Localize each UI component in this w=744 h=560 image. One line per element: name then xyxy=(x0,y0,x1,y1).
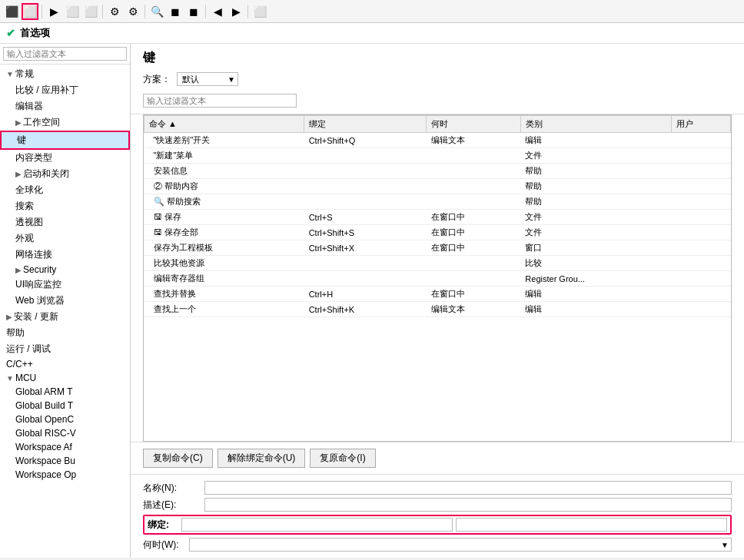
table-row[interactable]: 查找并替换Ctrl+H在窗口中编辑 xyxy=(144,287,731,302)
sidebar-item-global-build[interactable]: Global Build T xyxy=(0,399,130,413)
sidebar-item-label-editors: 编辑器 xyxy=(15,101,43,111)
toolbar-btn-9[interactable]: ⬜ xyxy=(251,3,268,20)
binding-extended-input[interactable] xyxy=(456,518,727,532)
sidebar-item-editors[interactable]: 编辑器 xyxy=(0,98,130,114)
name-input[interactable] xyxy=(204,481,732,495)
name-label: 名称(N): xyxy=(143,482,204,495)
sidebar-item-globalization[interactable]: 全球化 xyxy=(0,182,130,198)
table-row[interactable]: "快速差别"开关Ctrl+Shift+Q编辑文本编辑 xyxy=(144,133,731,148)
sidebar-item-browser[interactable]: Web 浏览器 xyxy=(0,293,130,309)
toolbar-btn-3[interactable]: ⬜ xyxy=(64,3,81,20)
arrow-workspace: ▶ xyxy=(15,118,22,127)
sidebar-item-ui-monitor[interactable]: UI响应监控 xyxy=(0,277,130,293)
sidebar-item-content-types[interactable]: 内容类型 xyxy=(0,150,130,166)
col-command[interactable]: 命令 ▲ xyxy=(144,116,304,133)
sidebar-item-label-network: 网络连接 xyxy=(15,249,52,260)
table-row[interactable]: 保存为工程模板Ctrl+Shift+X在窗口中窗口 xyxy=(144,240,731,256)
scheme-row: 方案： 默认 ▼ xyxy=(143,72,732,86)
toolbar-btn-6[interactable]: ⚙ xyxy=(125,3,141,20)
sidebar-item-compare[interactable]: 比较 / 应用补丁 xyxy=(0,82,130,98)
scheme-select[interactable]: 默认 xyxy=(177,72,238,86)
sidebar-item-label-run: 运行 / 调试 xyxy=(6,343,51,354)
sidebar-item-label-ui-monitor: UI响应监控 xyxy=(15,279,61,290)
desc-row: 描述(E): xyxy=(143,498,732,512)
sidebar-item-label-global-build: Global Build T xyxy=(15,400,73,411)
table-row[interactable]: 🖫 保存Ctrl+S在窗口中文件 xyxy=(144,210,731,225)
toolbar-btn-fwd[interactable]: ▶ xyxy=(228,3,244,20)
sidebar-item-startup[interactable]: ▶ 启动和关闭 xyxy=(0,166,130,182)
when-row: 何时(W): ▼ xyxy=(143,538,732,552)
sidebar-item-network[interactable]: 网络连接 xyxy=(0,247,130,263)
toolbar-btn-back[interactable]: ◀ xyxy=(209,3,226,20)
table-row[interactable]: "新建"菜单文件 xyxy=(144,148,731,164)
copy-command-button[interactable]: 复制命令(C) xyxy=(143,449,213,468)
arrow-install: ▶ xyxy=(6,313,12,321)
sidebar-item-mcu[interactable]: ▼ MCU xyxy=(0,371,130,385)
col-binding[interactable]: 绑定 xyxy=(304,116,427,133)
sidebar-item-run[interactable]: 运行 / 调试 xyxy=(0,341,130,357)
sidebar-item-label-mcu: MCU xyxy=(15,373,36,383)
table-header-row: 命令 ▲ 绑定 何时 类别 用户 xyxy=(144,116,731,133)
sidebar-item-perspective[interactable]: 透视图 xyxy=(0,214,130,230)
sidebar-item-help[interactable]: 帮助 xyxy=(0,325,130,341)
table-row[interactable]: 编辑寄存器组Register Grou... xyxy=(144,271,731,287)
toolbar-btn-active[interactable]: ⬜ xyxy=(22,3,38,20)
sidebar-item-security[interactable]: ▶ Security xyxy=(0,263,130,277)
sidebar-item-label-general: 常规 xyxy=(15,68,34,81)
toolbar-btn-1[interactable]: ⬛ xyxy=(3,3,20,20)
unbind-command-button[interactable]: 解除绑定命令(U) xyxy=(218,449,306,468)
sidebar-item-label-appearance: 外观 xyxy=(15,233,34,244)
binding-input[interactable] xyxy=(181,518,453,532)
table-row[interactable]: 🔍 帮助搜索帮助 xyxy=(144,194,731,210)
restore-command-button[interactable]: 复原命令(I) xyxy=(310,449,375,468)
sidebar-item-appearance[interactable]: 外观 xyxy=(0,230,130,247)
sidebar-filter-input[interactable] xyxy=(3,47,127,61)
sidebar-item-ws-bu[interactable]: Workspace Bu xyxy=(0,454,130,468)
toolbar-btn-8[interactable]: ◼ xyxy=(185,3,202,20)
sidebar-item-global-risc[interactable]: Global RISC-V xyxy=(0,426,130,440)
sidebar-item-search[interactable]: 搜索 xyxy=(0,198,130,214)
sidebar-item-install[interactable]: ▶ 安装 / 更新 xyxy=(0,309,130,325)
sidebar-item-label-global-openC: Global OpenC xyxy=(15,414,74,425)
scheme-label: 方案： xyxy=(143,73,171,86)
sidebar-item-label-security: Security xyxy=(23,264,56,275)
sidebar: ▼ 常规 比较 / 应用补丁 编辑器 ▶ 工作空间 键 内容类型 ▶ 启动和关闭 xyxy=(0,44,131,558)
table-row[interactable]: 查找上一个Ctrl+Shift+K编辑文本编辑 xyxy=(144,302,731,317)
sidebar-item-ws-op[interactable]: Workspace Op xyxy=(0,468,130,482)
sidebar-item-workspace[interactable]: ▶ 工作空间 xyxy=(0,114,130,131)
desc-input[interactable] xyxy=(204,498,732,512)
table-row[interactable]: 比较其他资源比较 xyxy=(144,256,731,271)
when-label: 何时(W): xyxy=(143,538,189,552)
when-select[interactable] xyxy=(189,538,732,552)
sidebar-item-ws-af[interactable]: Workspace Af xyxy=(0,440,130,454)
sidebar-item-label-global-arm: Global ARM T xyxy=(15,386,72,397)
sidebar-item-keys[interactable]: 键 xyxy=(0,131,130,150)
sidebar-item-label-keys: 键 xyxy=(17,134,26,145)
toolbar-btn-7[interactable]: ◼ xyxy=(167,3,184,20)
sidebar-item-general[interactable]: ▼ 常规 xyxy=(0,66,130,82)
toolbar-btn-4[interactable]: ⬜ xyxy=(82,3,99,20)
sidebar-item-cpp[interactable]: C/C++ xyxy=(0,357,130,371)
toolbar-sep-4 xyxy=(205,5,206,18)
sidebar-item-global-arm[interactable]: Global ARM T xyxy=(0,385,130,399)
sidebar-item-global-openC[interactable]: Global OpenC xyxy=(0,413,130,426)
table-row[interactable]: ② 帮助内容帮助 xyxy=(144,179,731,194)
sidebar-item-label-perspective: 透视图 xyxy=(15,217,43,227)
col-when[interactable]: 何时 xyxy=(427,116,521,133)
toolbar-btn-run[interactable]: ▶ xyxy=(45,3,62,20)
content-filter-input[interactable] xyxy=(143,94,297,108)
table-row[interactable]: 🖫 保存全部Ctrl+Shift+S在窗口中文件 xyxy=(144,225,731,240)
toolbar-btn-search[interactable]: 🔍 xyxy=(148,3,165,20)
when-select-wrapper: ▼ xyxy=(189,538,732,552)
commands-buttons-row: 复制命令(C) 解除绑定命令(U) 复原命令(I) xyxy=(131,442,744,474)
toolbar-btn-5[interactable]: ⚙ xyxy=(106,3,123,20)
arrow-mcu: ▼ xyxy=(6,374,14,383)
table-row[interactable]: 安装信息帮助 xyxy=(144,164,731,179)
binding-row: 绑定: xyxy=(143,515,732,535)
name-row: 名称(N): xyxy=(143,481,732,495)
table-body: "快速差别"开关Ctrl+Shift+Q编辑文本编辑"新建"菜单文件安装信息帮助… xyxy=(144,133,731,317)
col-category[interactable]: 类别 xyxy=(520,116,671,133)
sidebar-item-label-startup: 启动和关闭 xyxy=(23,167,69,181)
desc-label: 描述(E): xyxy=(143,499,204,512)
col-user[interactable]: 用户 xyxy=(672,116,731,133)
